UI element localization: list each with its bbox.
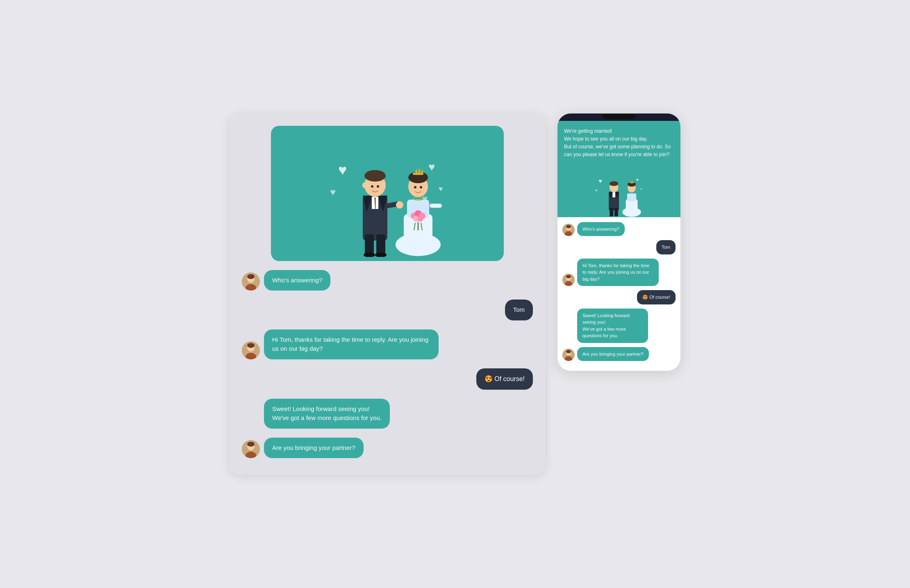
svg-point-88: [566, 350, 571, 353]
svg-text:♥: ♥: [439, 185, 443, 193]
avatar-bot-2: [242, 341, 260, 359]
avatar-bot: [242, 272, 260, 291]
svg-rect-24: [430, 204, 442, 208]
msg-row-who: Who's answering?: [242, 270, 533, 291]
svg-rect-70: [627, 193, 636, 201]
svg-rect-27: [413, 173, 423, 175]
svg-point-15: [364, 170, 386, 182]
svg-marker-28: [415, 168, 418, 173]
p-bubble-who: Who's answering?: [577, 222, 625, 236]
svg-point-46: [247, 274, 255, 279]
svg-marker-29: [418, 168, 421, 173]
p-bubble-sweet: Sweet! Looking forward seeing you! We've…: [577, 309, 648, 343]
phone-messages: Who's answering? Tom: [557, 217, 680, 361]
p-msg-joining: Hi Tom, thanks for taking the time to re…: [562, 259, 676, 286]
svg-text:♥: ♥: [428, 161, 435, 173]
p-msg-tom: Tom: [562, 240, 676, 254]
svg-point-18: [362, 182, 366, 188]
msg-row-joining: Hi Tom, thanks for taking the time to re…: [242, 329, 533, 359]
svg-point-31: [414, 186, 416, 188]
svg-point-84: [566, 275, 571, 278]
svg-rect-11: [376, 234, 385, 255]
bubble-tom: Tom: [505, 300, 533, 320]
svg-point-80: [566, 225, 571, 228]
svg-text:♥: ♥: [330, 186, 336, 198]
phone-device: We're getting married! We hope to see yo…: [557, 114, 680, 371]
svg-marker-76: [633, 181, 634, 182]
p-msg-partner: Are you bringing your partner?: [562, 347, 676, 361]
svg-rect-10: [365, 234, 374, 255]
svg-rect-69: [626, 199, 638, 214]
svg-rect-64: [610, 208, 613, 216]
wedding-image-card: ♥ ♥ ♥ ♥ ♥: [271, 126, 504, 261]
svg-point-55: [247, 442, 255, 447]
svg-text:♥: ♥: [598, 178, 602, 184]
svg-text:♥: ♥: [595, 188, 598, 192]
msg-row-sweet: Sweet! Looking forward seeing you! We've…: [242, 399, 533, 429]
svg-point-17: [377, 185, 379, 188]
bubble-ofcourse: 😍 Of course!: [476, 368, 533, 390]
msg-row-ofcourse: 😍 Of course!: [242, 368, 533, 390]
p-bubble-tom: Tom: [656, 240, 676, 254]
p-bubble-ofcourse: 😍 Of course!: [637, 290, 676, 304]
svg-text:♥: ♥: [640, 187, 642, 191]
svg-rect-65: [614, 208, 618, 216]
phone-top-text: We're getting married! We hope to see yo…: [564, 127, 674, 159]
phone-wedding-image: ♥ ♥ ♥ ♥: [564, 164, 674, 217]
svg-rect-73: [630, 182, 634, 183]
svg-marker-74: [630, 180, 631, 182]
svg-marker-30: [421, 169, 423, 173]
svg-text:♥: ♥: [338, 161, 347, 178]
svg-point-16: [371, 185, 373, 188]
msg-row-partner: Are you bringing your partner?: [242, 438, 533, 459]
p-avatar-2: [562, 274, 575, 286]
svg-point-32: [420, 186, 422, 188]
svg-point-20: [396, 201, 403, 209]
scene: ♥ ♥ ♥ ♥ ♥: [230, 114, 680, 475]
bubble-who: Who's answering?: [264, 270, 330, 291]
p-avatar-3: [562, 349, 575, 361]
p-bubble-joining: Hi Tom, thanks for taking the time to re…: [577, 259, 659, 286]
avatar-bot-3: [242, 440, 260, 458]
svg-marker-75: [632, 180, 632, 182]
svg-text:♥: ♥: [636, 177, 639, 182]
phone-top-bubble: We're getting married! We hope to see yo…: [557, 121, 680, 217]
wedding-illustration: ♥ ♥ ♥ ♥ ♥: [314, 138, 461, 257]
p-avatar-1: [562, 224, 575, 236]
p-msg-ofcourse: 😍 Of course!: [562, 290, 676, 304]
phone-body: We're getting married! We hope to see yo…: [557, 121, 680, 371]
tablet-device: ♥ ♥ ♥ ♥ ♥: [230, 114, 545, 475]
p-msg-who: Who's answering?: [562, 222, 676, 236]
bubble-joining: Hi Tom, thanks for taking the time to re…: [264, 329, 439, 359]
bubble-partner: Are you bringing your partner?: [264, 438, 364, 459]
svg-point-67: [610, 181, 619, 186]
p-bubble-partner: Are you bringing your partner?: [577, 347, 649, 361]
svg-point-51: [247, 343, 255, 348]
msg-row-tom: Tom: [242, 300, 533, 320]
svg-point-38: [417, 216, 423, 222]
bubble-sweet: Sweet! Looking forward seeing you! We've…: [264, 399, 390, 429]
svg-rect-61: [612, 192, 615, 197]
chat-area: ♥ ♥ ♥ ♥ ♥: [242, 126, 533, 459]
p-msg-sweet: Sweet! Looking forward seeing you! We've…: [562, 309, 676, 343]
